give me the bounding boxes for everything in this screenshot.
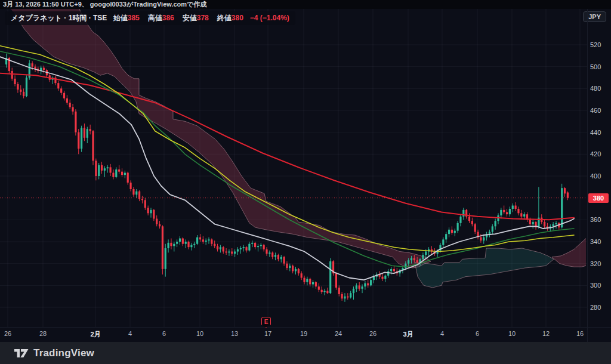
- tradingview-logo-icon[interactable]: [14, 347, 29, 359]
- candle-body: [274, 255, 276, 257]
- candle-body: [353, 289, 354, 293]
- candle-body: [347, 297, 348, 298]
- time-tick-label: 6: [476, 330, 479, 337]
- candle-body: [489, 232, 490, 235]
- time-tick-label: 24: [335, 330, 342, 337]
- candle-body: [78, 132, 79, 149]
- candle-body: [170, 243, 172, 246]
- candle-body: [75, 112, 76, 132]
- close-value: 380: [232, 14, 243, 22]
- candle-body: [326, 291, 328, 294]
- price-tick-label: 420: [590, 150, 601, 158]
- candle-body: [84, 128, 85, 138]
- candle-body: [257, 246, 259, 247]
- candle-body: [63, 93, 65, 98]
- candle-body: [11, 71, 13, 79]
- time-tick-label: 2月: [90, 330, 100, 339]
- time-tick-label: 16: [576, 330, 584, 337]
- candle-body: [295, 269, 297, 272]
- candle-body: [298, 269, 300, 273]
- price-tick-label: 280: [590, 304, 601, 311]
- candle-body: [104, 168, 106, 171]
- candle-body: [240, 248, 242, 249]
- time-tick-label: 28: [39, 330, 47, 337]
- candle-body: [185, 242, 187, 244]
- candle-body: [422, 255, 424, 259]
- candle-body: [14, 79, 16, 84]
- price-tick-label: 460: [590, 107, 601, 114]
- price-tick-label: 520: [590, 41, 601, 48]
- candle-body: [384, 276, 386, 279]
- legend-separator2: ·: [87, 14, 93, 22]
- candle-body: [115, 169, 117, 177]
- candle-body: [517, 209, 519, 213]
- candle-body: [156, 219, 158, 224]
- candle-body: [43, 68, 45, 70]
- candle-body: [135, 192, 137, 195]
- candle-body: [226, 252, 227, 253]
- candle-body: [492, 226, 493, 232]
- last-price-badge: 380: [588, 193, 609, 203]
- chart-canvas[interactable]: [0, 0, 611, 364]
- candle-body: [393, 269, 395, 272]
- time-axis-separator: [0, 327, 611, 328]
- time-tick-label: 13: [231, 330, 238, 337]
- candle-body: [387, 272, 389, 276]
- candle-body: [228, 252, 230, 253]
- candle-body: [69, 103, 71, 107]
- candle-body: [182, 239, 184, 244]
- candle-body: [110, 167, 112, 172]
- candle-body: [147, 208, 149, 213]
- price-tick-label: 500: [590, 63, 601, 70]
- legend-separator: ·: [64, 14, 68, 22]
- candle-body: [269, 252, 270, 254]
- price-tick-label: 360: [590, 216, 601, 223]
- candle-body: [344, 297, 345, 299]
- candle-body: [532, 222, 534, 224]
- candle-body: [190, 245, 192, 248]
- candle-body: [234, 252, 236, 254]
- candle-body: [468, 217, 470, 221]
- candle-body: [292, 266, 294, 271]
- candle-body: [381, 277, 383, 279]
- price-tick-label: 340: [590, 238, 601, 245]
- candle-body: [237, 249, 239, 252]
- candle-body: [312, 282, 314, 285]
- candle-body: [220, 247, 221, 249]
- candle-body: [454, 231, 456, 233]
- candle-body: [127, 173, 129, 183]
- candle-body: [323, 291, 325, 292]
- candle-body: [231, 252, 233, 254]
- tradingview-brand-text[interactable]: TradingView: [33, 347, 94, 359]
- candle-body: [193, 244, 195, 245]
- candle-body: [92, 131, 94, 161]
- low-label: 安値: [183, 14, 197, 22]
- candle-body: [124, 173, 126, 175]
- candle-body: [107, 167, 109, 168]
- time-tick-label: 19: [300, 330, 307, 337]
- candle-body: [98, 165, 100, 176]
- candle-body: [523, 214, 525, 217]
- candle-body: [168, 243, 169, 248]
- candle-body: [150, 210, 152, 214]
- candle-body: [202, 239, 204, 242]
- candle-body: [263, 245, 265, 249]
- high-value: 386: [162, 14, 174, 22]
- symbol-name: メタプラネット: [11, 14, 62, 22]
- candle-body: [408, 260, 409, 264]
- candle-body: [243, 247, 245, 248]
- time-tick-label: 10: [196, 330, 203, 337]
- candle-body: [425, 252, 427, 255]
- candle-body: [173, 244, 175, 246]
- candle-body: [286, 264, 288, 268]
- candle-body: [118, 169, 120, 172]
- candle-body: [32, 63, 33, 67]
- candle-body: [445, 234, 447, 239]
- candle-body: [141, 199, 143, 200]
- candle-body: [176, 242, 178, 244]
- time-tick-label: 26: [369, 330, 377, 337]
- symbol-legend[interactable]: メタプラネット · 1時間 · TSE 始値385高値386安値378終値380…: [5, 11, 295, 25]
- candle-body: [179, 239, 181, 242]
- candle-body: [459, 217, 461, 223]
- bull-cloud-fill: [415, 248, 554, 288]
